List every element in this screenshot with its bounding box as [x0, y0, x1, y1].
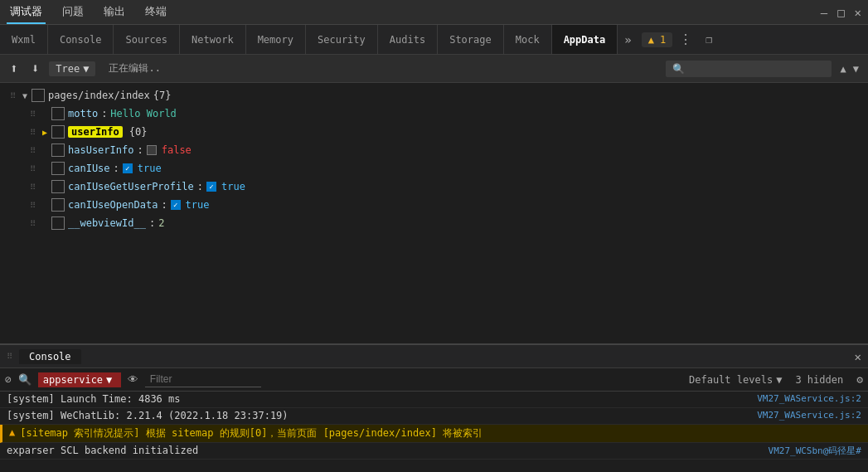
message-source[interactable]: VM27_WCSbn@码径星# [769, 445, 861, 457]
message-text: exparser SCL backend initialized [7, 445, 762, 456]
list-item: ▲ [sitemap 索引情况提示] 根据 sitemap 的规则[0]，当前页… [0, 425, 868, 443]
list-item: [system] Launch Time: 4836 ms VM27_WASer… [0, 392, 868, 408]
title-tab-output[interactable]: 输出 [100, 1, 129, 24]
clear-console-button[interactable]: ⊘ [5, 373, 12, 386]
console-close-button[interactable]: ✕ [855, 350, 861, 363]
table-row[interactable]: ⠿ ▶ userInfo {0} [0, 123, 868, 141]
levels-dropdown-icon: ▼ [776, 374, 782, 386]
message-source[interactable]: VM27_WAService.js:2 [757, 410, 861, 421]
gear-icon[interactable]: ⚙ [856, 373, 863, 386]
nav-up-button[interactable]: ▲ [838, 61, 849, 76]
list-item: [system] WeChatLib: 2.21.4 (2022.1.18 23… [0, 408, 868, 425]
row-content: hasUserInfo : false [68, 144, 865, 156]
row-content: canIUse : ✓ true [68, 163, 865, 174]
table-row[interactable]: ⠿ canIUseOpenData : ✓ true [0, 196, 868, 214]
tab-wxml[interactable]: Wxml [0, 25, 48, 54]
expand-all-button[interactable]: ⬆ [7, 59, 22, 78]
data-panel: ⠿ ▼ pages/index/index {7} ⠿ motto : Hell… [0, 83, 868, 343]
appdata-toolbar: ⬆ ⬇ Tree ▼ 正在编辑.. ▲ ▼ [0, 55, 868, 83]
eye-icon[interactable]: 👁 [128, 373, 138, 386]
dropdown-arrow-icon: ▼ [83, 63, 89, 75]
maximize-button[interactable]: □ [837, 6, 844, 19]
tab-security[interactable]: Security [306, 25, 378, 54]
string-icon [51, 107, 65, 120]
tab-console[interactable]: Console [48, 25, 114, 54]
drag-handle: ⠿ [7, 91, 18, 100]
tab-network[interactable]: Network [180, 25, 246, 54]
tab-memory[interactable]: Memory [246, 25, 306, 54]
tab-audits[interactable]: Audits [378, 25, 438, 54]
drag-handle: ⠿ [27, 128, 38, 137]
drag-handle: ⠿ [27, 146, 38, 155]
console-panel: ⠿ Console ✕ ⊘ 🔍 appservice ▼ 👁 Default l… [0, 343, 868, 472]
colon: : [114, 163, 119, 174]
console-filter-icon[interactable]: 🔍 [18, 373, 32, 386]
number-icon [51, 217, 65, 230]
tab-storage[interactable]: Storage [438, 25, 504, 54]
nav-arrows: ▲ ▼ [838, 61, 861, 76]
service-dropdown-icon: ▼ [106, 374, 112, 386]
drag-handle: ⠿ [27, 109, 38, 119]
table-row[interactable]: ⠿ canIUseGetUserProfile : ✓ true [0, 178, 868, 196]
tab-expand-button[interactable]: ❐ [699, 33, 719, 46]
row-content: motto : Hello World [68, 108, 865, 119]
key-label: hasUserInfo [68, 144, 133, 156]
tab-appdata[interactable]: AppData [552, 25, 618, 54]
table-row[interactable]: ⠿ canIUse : ✓ true [0, 159, 868, 178]
value-label: true [138, 163, 162, 174]
tab-sources[interactable]: Sources [114, 25, 180, 54]
key-label: __webviewId__ [68, 217, 146, 229]
collapse-all-button[interactable]: ⬇ [28, 59, 43, 78]
tab-more-button[interactable]: » [618, 33, 638, 46]
tab-menu-button[interactable]: ⋮ [672, 32, 699, 47]
minimize-button[interactable]: — [821, 6, 827, 19]
drag-handle: ⠿ [27, 182, 38, 192]
hidden-count-label: 3 hidden [795, 374, 843, 386]
row-content: canIUseOpenData : ✓ true [68, 199, 865, 211]
table-row[interactable]: ⠿ __webviewId__ : 2 [0, 214, 868, 232]
default-levels-label: Default levels [689, 374, 773, 386]
message-text: [system] Launch Time: 4836 ms [7, 393, 750, 405]
key-label: canIUse [68, 163, 110, 174]
checkbox-true-icon: ✓ [123, 163, 133, 173]
colon: : [161, 199, 167, 211]
table-row[interactable]: ⠿ motto : Hello World [0, 105, 868, 123]
row-content: __webviewId__ : 2 [68, 217, 865, 229]
filter-input[interactable] [145, 372, 261, 387]
highlighted-key: userInfo [68, 126, 123, 138]
tree-label: Tree [56, 63, 80, 75]
view-selector[interactable]: Tree ▼ [49, 61, 95, 76]
key-label: canIUseGetUserProfile [68, 181, 194, 192]
checkbox-true-icon: ✓ [206, 182, 216, 192]
drag-handle: ⠿ [27, 164, 38, 173]
key-label: pages/index/index [48, 90, 150, 101]
drag-handle: ⠿ [27, 201, 38, 210]
close-button[interactable]: ✕ [855, 6, 861, 19]
value-label: 2 [158, 217, 164, 229]
colon: : [101, 108, 107, 119]
console-tab[interactable]: Console [19, 349, 81, 364]
expand-icon[interactable]: ▶ [38, 128, 51, 137]
nav-down-button[interactable]: ▼ [851, 61, 861, 76]
title-tab-terminal[interactable]: 终端 [142, 1, 170, 24]
search-input[interactable] [666, 61, 832, 77]
title-tab-issues[interactable]: 问题 [59, 1, 87, 24]
expand-icon[interactable]: ▼ [18, 91, 32, 100]
bool-icon [51, 180, 65, 193]
console-header: ⠿ Console ✕ [0, 345, 868, 368]
default-levels-selector[interactable]: Default levels ▼ [689, 374, 782, 386]
service-selector[interactable]: appservice ▼ [38, 372, 121, 387]
main-tabs-bar: Wxml Console Sources Network Memory Secu… [0, 25, 868, 55]
checkbox-true-icon: ✓ [171, 200, 181, 210]
tab-warning-badge[interactable]: ▲ 1 [642, 32, 673, 47]
colon: : [137, 144, 143, 156]
bool-icon [51, 144, 65, 157]
panel-drag-handle: ⠿ [7, 352, 12, 361]
message-source[interactable]: VM27_WAService.js:2 [757, 393, 861, 404]
title-tab-debugger[interactable]: 调试器 [7, 1, 46, 24]
tab-mock[interactable]: Mock [504, 25, 552, 54]
table-row[interactable]: ⠿ ▼ pages/index/index {7} [0, 86, 868, 105]
title-bar: 调试器 问题 输出 终端 — □ ✕ [0, 0, 868, 25]
bool-icon [51, 198, 65, 212]
table-row[interactable]: ⠿ hasUserInfo : false [0, 141, 868, 159]
